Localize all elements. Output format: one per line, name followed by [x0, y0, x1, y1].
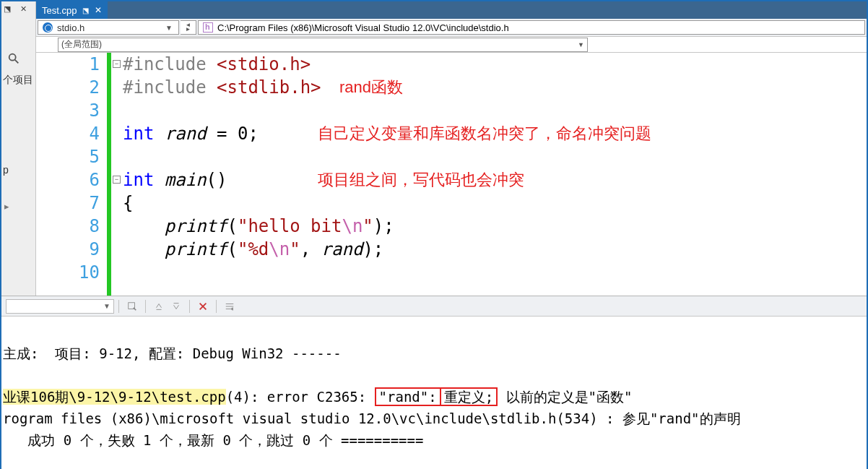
fold-gutter: − −: [111, 53, 123, 296]
scope-row: (全局范围) ▼: [36, 37, 867, 53]
separator: [145, 300, 146, 313]
output-panel: ▼ 主成: 项目: 9-12, 配置: Debug Win32 ------ 业…: [1, 296, 867, 469]
svg-line-3: [134, 307, 136, 310]
svg-line-1: [15, 60, 19, 64]
code-line: printf("%d\n", rand);: [123, 238, 867, 261]
line-number: 1: [36, 53, 100, 76]
annotation-text: rand函数: [339, 77, 403, 98]
editor-column: Test.cpp ⬔ ✕ stdio.h ▼ ◄► C:\Program Fil…: [36, 1, 867, 296]
sidebar-close-icon[interactable]: ✕: [20, 4, 27, 14]
line-number: 3: [36, 99, 100, 122]
output-line-part: 以前的定义是"函数": [498, 389, 632, 405]
tool-sidebar: ⬔ ✕ 个项目 p ▸: [1, 1, 36, 296]
header-file-icon: [203, 22, 213, 33]
toolbar-prev-icon[interactable]: [151, 299, 167, 314]
code-line: printf("hello bit\n");: [123, 215, 867, 238]
globe-icon: [43, 22, 53, 33]
line-number: 5: [36, 145, 100, 168]
scope-combo-label: (全局范围): [61, 38, 102, 51]
line-number: 8: [36, 215, 100, 238]
scope-file-label: stdio.h: [57, 22, 160, 33]
scope-combo[interactable]: (全局范围) ▼: [58, 38, 588, 52]
chevron-down-icon[interactable]: ▼: [164, 24, 174, 32]
sidebar-label: 个项目: [3, 74, 33, 87]
chevron-down-icon[interactable]: ▼: [578, 41, 584, 48]
fold-toggle-icon[interactable]: −: [113, 176, 121, 184]
output-toolbar: ▼: [1, 296, 867, 317]
code-line: #include <stdlib.h>: [123, 76, 867, 99]
annotation-text: 项目组之间，写代码也会冲突: [318, 169, 524, 191]
sidebar-expand-icon[interactable]: ▸: [4, 201, 9, 212]
toolbar-clear-icon[interactable]: [195, 299, 211, 314]
output-source-combo[interactable]: ▼: [6, 299, 114, 314]
code-line: #include <stdio.h>: [123, 53, 867, 76]
document-tab-active[interactable]: Test.cpp ⬔ ✕: [36, 1, 108, 19]
nav-history-buttons[interactable]: ◄►: [181, 20, 196, 35]
code-editor[interactable]: 1 2 3 4 5 6 7 8 9 10 − − #include <: [36, 53, 867, 296]
search-icon[interactable]: [7, 52, 20, 65]
navigation-bar: stdio.h ▼ ◄► C:\Program Files (x86)\Micr…: [36, 19, 867, 37]
scope-file-combo[interactable]: stdio.h ▼: [38, 20, 179, 35]
output-line: rogram files (x86)\microsoft visual stud…: [3, 410, 741, 426]
file-path-text: C:\Program Files (x86)\Microsoft Visual …: [217, 22, 509, 33]
document-tab-title: Test.cpp: [42, 5, 77, 16]
sidebar-pin-icon[interactable]: ⬔: [4, 4, 11, 14]
toolbar-wrap-icon[interactable]: [222, 299, 238, 314]
line-number: 9: [36, 238, 100, 261]
code-text-area[interactable]: #include <stdio.h> #include <stdlib.h> i…: [123, 53, 867, 296]
sidebar-p-label: p: [3, 164, 9, 176]
line-number: 7: [36, 192, 100, 215]
output-text-area[interactable]: 主成: 项目: 9-12, 配置: Debug Win32 ------ 业课1…: [1, 317, 867, 469]
pin-icon[interactable]: ⬔: [82, 7, 89, 14]
code-line: {: [123, 192, 867, 215]
line-number: 6: [36, 168, 100, 192]
output-error-kind: 重定义;: [440, 387, 498, 406]
app-window: ⬔ ✕ 个项目 p ▸ Test.cpp ⬔ ✕: [0, 0, 868, 469]
line-number: 2: [36, 76, 100, 99]
output-line-part: (4): error C2365:: [226, 389, 375, 405]
output-line: 主成: 项目: 9-12, 配置: Debug Win32 ------: [3, 345, 342, 361]
line-number-gutter: 1 2 3 4 5 6 7 8 9 10: [36, 53, 107, 296]
separator: [189, 300, 190, 313]
output-line: 成功 0 个，失败 1 个，最新 0 个，跳过 0 个 ==========: [3, 432, 423, 448]
line-number: 4: [36, 122, 100, 145]
top-split: ⬔ ✕ 个项目 p ▸ Test.cpp ⬔ ✕: [1, 1, 867, 296]
document-tab-row: Test.cpp ⬔ ✕: [36, 1, 867, 19]
output-error-file: 业课106期\9-12\9-12\test.cpp: [3, 389, 226, 405]
line-number: 10: [36, 261, 100, 284]
code-line: [123, 99, 867, 122]
fold-toggle-icon[interactable]: −: [113, 60, 121, 68]
toolbar-next-icon[interactable]: [168, 299, 184, 314]
close-icon[interactable]: ✕: [95, 5, 102, 15]
output-error-symbol: "rand":: [375, 387, 441, 406]
svg-point-0: [9, 54, 16, 61]
nav-fwd-icon[interactable]: ►: [186, 27, 191, 32]
file-path-box[interactable]: C:\Program Files (x86)\Microsoft Visual …: [198, 20, 865, 35]
separator: [216, 300, 217, 313]
annotation-text: 自己定义变量和库函数名冲突了，命名冲突问题: [318, 123, 651, 145]
code-line: [123, 145, 867, 168]
separator: [118, 300, 119, 313]
toolbar-find-icon[interactable]: [124, 299, 140, 314]
